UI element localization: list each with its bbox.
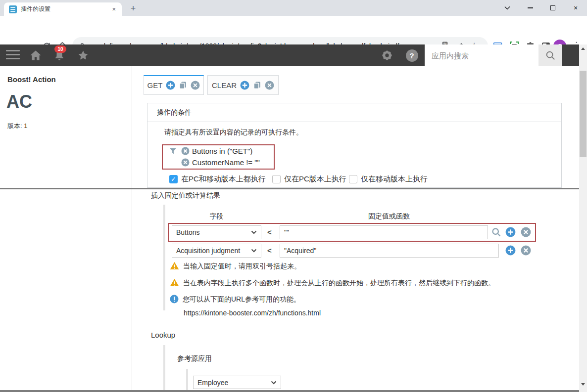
scrollbar-up-arrow-icon[interactable] — [581, 47, 585, 50]
condition-description: 请指定具有所设置内容的记录的可执行条件。 — [164, 128, 303, 137]
delete-tab-icon[interactable] — [265, 81, 274, 90]
info-icon — [170, 295, 179, 304]
platform-option-label: 仅在移动版本上执行 — [361, 174, 428, 184]
field-search-icon[interactable] — [491, 227, 501, 237]
condition-text: CustomerName != "" — [192, 158, 260, 167]
platform-option-mobile-only[interactable]: 仅在移动版本上执行 — [349, 174, 428, 184]
browser-window: 插件的设置 × + × ← → pandafirm.cybozu.com/k/a… — [0, 0, 587, 392]
browser-tab[interactable]: 插件的设置 × — [4, 2, 122, 16]
favorites-star-icon[interactable] — [76, 48, 90, 62]
screenshot-bottom-edge — [0, 390, 587, 392]
section-indent-bar — [186, 369, 188, 390]
sidebar-divider — [132, 66, 132, 390]
platform-option-label: 在PC和移动版本上都执行 — [181, 174, 266, 184]
field-select-row2[interactable]: Acquisition judgment — [172, 244, 261, 258]
window-close-button[interactable]: × — [564, 0, 587, 16]
insert-section-title: 插入固定值或计算结果 — [151, 191, 220, 200]
search-button[interactable] — [538, 44, 562, 66]
warning-icon — [170, 278, 179, 287]
browser-titlebar: 插件的设置 × + × — [0, 0, 587, 16]
platform-option-pc-only[interactable]: 仅在PC版本上执行 — [272, 174, 346, 184]
browser-toolbar: ← → pandafirm.cybozu.com/k/admin/app/183… — [0, 16, 587, 44]
notification-count-badge: 10 — [54, 45, 66, 53]
add-tab-icon[interactable] — [240, 81, 249, 90]
lookup-source-app-label: 参考源应用 — [177, 354, 212, 363]
window-minimize-button[interactable] — [519, 0, 541, 16]
help-icon[interactable]: ? — [405, 48, 419, 62]
tab-clear[interactable]: CLEAR — [207, 75, 279, 95]
screenshot-divider — [0, 188, 587, 189]
note-text: 当在表内字段上执行多个函数时，处理会从上行的函数开始，处理所有表行，然后继续到下… — [183, 278, 495, 287]
tab-get-label: GET — [147, 81, 163, 89]
page-scrollbar[interactable] — [579, 44, 587, 392]
warning-icon — [170, 261, 179, 270]
tab-close-icon[interactable]: × — [111, 5, 117, 13]
tab-title: 插件的设置 — [21, 5, 111, 13]
remove-condition-icon[interactable] — [181, 147, 190, 155]
add-row-icon[interactable] — [505, 245, 516, 256]
tab-search-chevron-icon[interactable] — [496, 0, 519, 16]
in-app-search-input[interactable] — [425, 44, 538, 66]
value-input-row2[interactable] — [280, 244, 499, 258]
lookup-app-select[interactable]: Employee — [193, 376, 281, 389]
column-header-value: 固定值或函数 — [280, 212, 498, 221]
section-indent-bar — [163, 205, 165, 310]
lookup-section-title: Lookup — [151, 331, 175, 339]
tab-favicon-icon — [9, 5, 17, 13]
condition-row: CustomerName != "" — [181, 158, 260, 167]
platform-option-both[interactable]: ✓ 在PC和移动版本上都执行 — [169, 174, 266, 184]
add-row-icon[interactable] — [505, 227, 516, 237]
lookup-app-value: Employee — [197, 379, 228, 387]
functions-reference-url[interactable]: https://kintone-booster.com/zh/functions… — [184, 309, 321, 317]
field-select-value: Acquisition judgment — [176, 247, 240, 255]
chevron-down-icon — [251, 230, 257, 234]
portal-home-icon[interactable] — [29, 48, 43, 62]
kintone-appbar: 10 ? — [0, 44, 587, 66]
note-warning: 当在表内字段上执行多个函数时，处理会从上行的函数开始，处理所有表行，然后继续到下… — [170, 278, 495, 287]
scrollbar-thumb[interactable] — [580, 71, 587, 157]
delete-row-icon[interactable] — [521, 245, 531, 256]
plugin-abbreviation: AC — [6, 91, 32, 112]
copy-tab-icon[interactable] — [179, 81, 187, 89]
assign-arrow: < — [267, 228, 272, 236]
column-header-field: 字段 — [172, 212, 261, 221]
delete-tab-icon[interactable] — [191, 81, 200, 90]
new-tab-button[interactable]: + — [128, 3, 139, 14]
value-input-row1[interactable] — [280, 225, 488, 239]
assign-arrow: < — [267, 246, 272, 255]
delete-row-icon[interactable] — [521, 227, 531, 237]
filter-funnel-icon[interactable] — [169, 147, 177, 155]
plugin-version: 版本: 1 — [7, 122, 27, 131]
note-warning: 当输入固定值时，请用双引号括起来。 — [170, 261, 301, 270]
section-indent-bar — [163, 345, 165, 390]
remove-condition-icon[interactable] — [181, 158, 190, 167]
plugin-name: Boost! Action — [7, 75, 56, 84]
chevron-down-icon — [251, 249, 257, 253]
scrollbar-down-arrow-icon[interactable] — [581, 383, 585, 386]
note-info: 您可以从下面的URL参考可用的功能。 — [170, 295, 300, 304]
condition-text: Buttons in ("GET") — [192, 147, 252, 155]
platform-option-label: 仅在PC版本上执行 — [284, 174, 346, 184]
condition-panel-title: 操作的条件 — [147, 103, 561, 122]
checkbox-checked-icon[interactable]: ✓ — [169, 175, 178, 183]
settings-gear-icon[interactable] — [380, 48, 394, 62]
hamburger-menu-icon[interactable] — [6, 50, 20, 59]
note-text: 您可以从下面的URL参考可用的功能。 — [183, 295, 300, 304]
copy-tab-icon[interactable] — [253, 81, 261, 89]
field-select-row1[interactable]: Buttons — [172, 225, 261, 239]
checkbox-unchecked-icon[interactable] — [349, 175, 357, 183]
field-select-value: Buttons — [176, 228, 199, 236]
add-tab-icon[interactable] — [166, 81, 175, 90]
condition-row: Buttons in ("GET") — [181, 147, 252, 155]
window-maximize-button[interactable] — [541, 0, 564, 16]
tab-clear-label: CLEAR — [212, 81, 237, 89]
chevron-down-icon — [271, 381, 277, 385]
search-icon — [545, 50, 556, 61]
tab-get[interactable]: GET — [144, 75, 204, 95]
note-text: 当输入固定值时，请用双引号括起来。 — [183, 261, 301, 270]
checkbox-unchecked-icon[interactable] — [272, 175, 281, 183]
